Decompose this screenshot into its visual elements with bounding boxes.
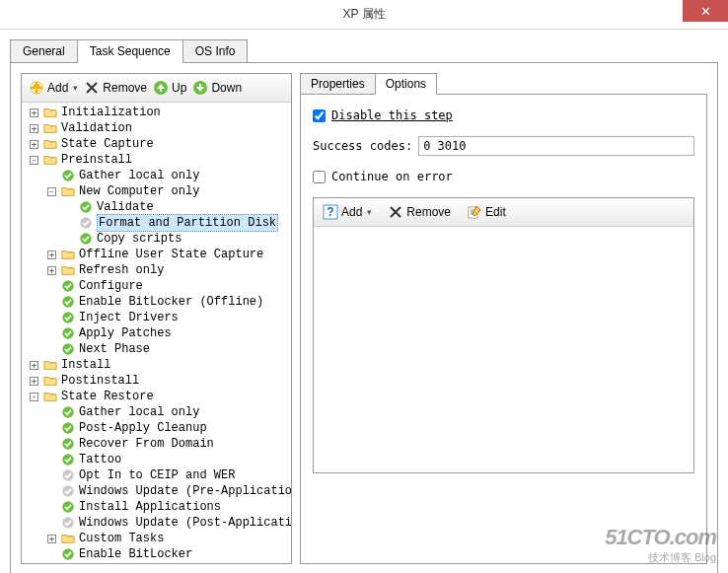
cond-add-label: Add xyxy=(341,205,362,219)
continue-on-error-checkbox[interactable] xyxy=(313,171,326,183)
expand-icon[interactable]: + xyxy=(30,124,38,133)
tree-item[interactable]: Gather local only xyxy=(22,168,291,183)
tab-properties[interactable]: Properties xyxy=(300,73,376,95)
folder-icon xyxy=(42,153,58,167)
expand-icon[interactable]: + xyxy=(30,377,38,386)
tree-item[interactable]: +Install xyxy=(22,357,291,373)
folder-icon xyxy=(60,184,76,198)
folder-icon xyxy=(42,106,58,119)
tree-item[interactable]: Validate xyxy=(22,199,291,215)
tree-item[interactable]: Post-Apply Cleanup xyxy=(22,420,291,436)
tree-item[interactable]: Install Applications xyxy=(22,499,291,515)
check-icon xyxy=(78,200,94,214)
check-icon xyxy=(60,453,76,466)
tree-item[interactable]: Configure xyxy=(22,278,291,294)
close-button[interactable]: ✕ xyxy=(683,0,728,22)
main-body: Add Remove Up Down +Initialization+Valid… xyxy=(10,62,718,573)
help-icon: ? xyxy=(323,204,338,220)
add-button[interactable]: Add xyxy=(26,78,81,98)
tree-item-label: Next Phase xyxy=(79,341,150,357)
tab-os-info[interactable]: OS Info xyxy=(182,39,249,63)
title-bar: XP 属性 ✕ xyxy=(0,0,728,30)
check-icon xyxy=(60,279,76,293)
up-button[interactable]: Up xyxy=(150,78,189,98)
success-codes-input[interactable] xyxy=(418,136,694,156)
folder-icon xyxy=(60,263,76,277)
remove-label: Remove xyxy=(103,81,147,95)
tree-item[interactable]: Next Phase xyxy=(22,341,291,357)
tree-item[interactable]: Copy scripts xyxy=(22,231,291,247)
tree-item[interactable]: +Offline User State Capture xyxy=(22,247,291,262)
collapse-icon[interactable]: - xyxy=(30,156,38,165)
tree-item[interactable]: Tattoo xyxy=(22,452,291,467)
check-icon xyxy=(60,342,76,356)
tree-item[interactable]: +Refresh only xyxy=(22,262,291,278)
remove-button[interactable]: Remove xyxy=(81,78,150,98)
expand-icon[interactable]: + xyxy=(47,266,56,275)
tree-toolbar: Add Remove Up Down xyxy=(22,74,291,103)
tree-item[interactable]: -New Computer only xyxy=(22,183,291,199)
tree-item[interactable]: +Custom Tasks xyxy=(22,531,291,546)
tab-general[interactable]: General xyxy=(10,39,78,63)
tree-item[interactable]: +Postinstall xyxy=(22,373,291,389)
cond-edit-label: Edit xyxy=(485,205,506,219)
tab-task-sequence[interactable]: Task Sequence xyxy=(77,39,183,63)
tree-item[interactable]: Format and Partition Disk xyxy=(22,215,291,231)
tree-item[interactable]: +State Capture xyxy=(22,136,291,152)
up-label: Up xyxy=(172,81,186,95)
tree-item[interactable]: Enable BitLocker (Offline) xyxy=(22,294,291,310)
left-panel: Add Remove Up Down +Initialization+Valid… xyxy=(21,73,292,564)
tree-item-label: Enable BitLocker (Offline) xyxy=(79,294,263,310)
tree-item[interactable]: Restore User State xyxy=(22,562,291,563)
check-icon xyxy=(60,311,76,324)
disabled-icon xyxy=(60,516,76,530)
tree-item[interactable]: Windows Update (Pre-Application Installa… xyxy=(22,483,291,499)
tree-item-label: Offline User State Capture xyxy=(79,247,263,262)
cond-edit-button[interactable]: Edit xyxy=(464,202,509,222)
collapse-icon[interactable]: - xyxy=(30,393,38,401)
folder-icon xyxy=(60,248,76,261)
tree-item[interactable]: +Validation xyxy=(22,120,291,136)
expand-icon[interactable]: + xyxy=(30,361,38,370)
tree-item-label: Gather local only xyxy=(79,404,199,420)
tree-item[interactable]: Enable BitLocker xyxy=(22,546,291,562)
cond-add-button[interactable]: ? Add xyxy=(320,202,375,222)
folder-icon xyxy=(42,137,58,151)
continue-on-error-label[interactable]: Continue on error xyxy=(331,170,453,183)
tree-item-label: State Capture xyxy=(61,136,154,152)
tree-item[interactable]: Recover From Domain xyxy=(22,436,291,452)
expand-icon[interactable]: + xyxy=(47,535,56,543)
tab-options[interactable]: Options xyxy=(375,73,437,95)
collapse-icon[interactable]: - xyxy=(47,187,56,196)
expand-icon[interactable]: + xyxy=(47,251,56,259)
disable-step-label[interactable]: Disable this step xyxy=(331,108,453,122)
tree-item[interactable]: Gather local only xyxy=(22,404,291,420)
edit-icon xyxy=(467,204,482,220)
tree-item-label: Windows Update (Post-Application Install… xyxy=(79,515,291,531)
cond-remove-label: Remove xyxy=(406,205,451,219)
tree-item[interactable]: Apply Patches xyxy=(22,325,291,341)
expand-icon[interactable]: + xyxy=(30,140,38,149)
down-button[interactable]: Down xyxy=(189,78,245,98)
expand-icon[interactable]: + xyxy=(30,108,38,117)
conditions-list[interactable] xyxy=(314,227,693,472)
tree-item-label: Restore User State xyxy=(79,562,207,563)
check-icon xyxy=(60,437,76,451)
tree-item[interactable]: Inject Drivers xyxy=(22,310,291,325)
tree-item[interactable]: +Initialization xyxy=(22,105,291,120)
tree-item[interactable]: -Preinstall xyxy=(22,152,291,168)
tree-item[interactable]: Windows Update (Post-Application Install… xyxy=(22,515,291,531)
tree-item-label: Apply Patches xyxy=(79,325,172,341)
task-sequence-tree[interactable]: +Initialization+Validation+State Capture… xyxy=(22,103,291,563)
tree-item-label: Inject Drivers xyxy=(79,310,179,325)
remove-icon xyxy=(388,204,403,220)
cond-remove-button[interactable]: Remove xyxy=(385,202,454,222)
tree-item[interactable]: -State Restore xyxy=(22,389,291,404)
tree-item-label: Enable BitLocker xyxy=(79,546,192,562)
disable-step-checkbox[interactable] xyxy=(313,109,326,122)
tree-item-label: Install xyxy=(61,357,110,373)
folder-icon xyxy=(42,374,58,388)
sub-tab-strip: Properties Options xyxy=(300,73,707,95)
disabled-icon xyxy=(60,484,76,498)
tree-item[interactable]: Opt In to CEIP and WER xyxy=(22,467,291,483)
